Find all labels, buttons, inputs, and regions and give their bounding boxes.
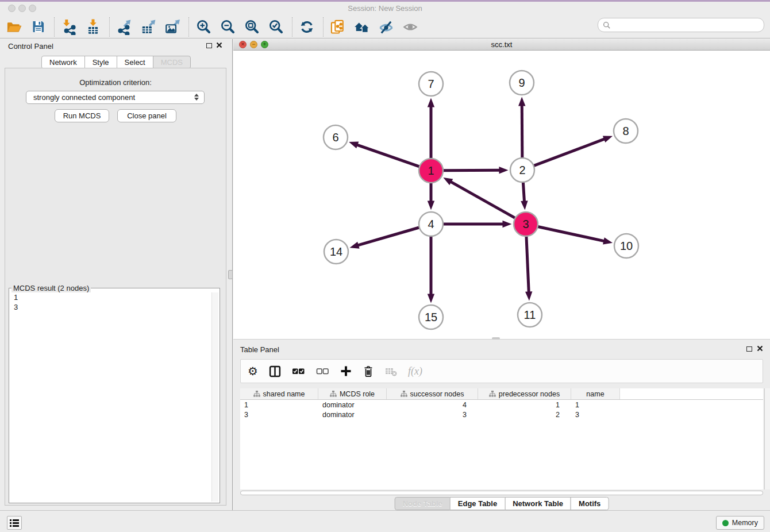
edge-3-11[interactable] (526, 236, 529, 292)
delete-table-icon[interactable] (385, 367, 397, 376)
float-panel-icon[interactable] (206, 43, 212, 48)
minimize-network-button[interactable]: − (250, 41, 257, 48)
edge-3-10[interactable] (538, 227, 604, 241)
show-column-panel-icon[interactable] (269, 365, 281, 377)
close-panel-button[interactable]: Close panel (117, 109, 176, 122)
unselect-all-checkboxes-icon[interactable] (316, 367, 329, 376)
graph-node-1[interactable]: 1 (419, 159, 443, 183)
search-input[interactable] (613, 19, 764, 32)
mcds-result-title: MCDS result (2 nodes) (11, 284, 91, 292)
column-header-shared-name[interactable]: shared name (240, 388, 318, 399)
result-scrollbar[interactable] (211, 292, 218, 502)
import-table-button[interactable] (84, 18, 102, 36)
memory-button[interactable]: Memory (716, 516, 764, 530)
node-label: 4 (428, 218, 434, 230)
float-table-panel-icon[interactable] (746, 346, 752, 352)
table-row[interactable]: 1dominator411 (240, 400, 763, 410)
table-vertical-scrollbar[interactable] (764, 388, 770, 489)
tab-motifs[interactable]: Motifs (571, 497, 609, 510)
edge-4-14[interactable] (358, 228, 419, 245)
export-image-button[interactable] (163, 18, 182, 36)
table-cell[interactable]: 2 (478, 411, 571, 419)
table-horizontal-scrollbar[interactable] (240, 491, 763, 495)
table-cell[interactable]: 1 (240, 401, 318, 409)
export-network-button[interactable] (115, 18, 133, 36)
delete-column-trash-icon[interactable] (363, 365, 374, 377)
tab-edge-table[interactable]: Edge Table (450, 497, 505, 510)
close-table-panel-icon[interactable] (757, 345, 763, 352)
splitter-handle[interactable] (228, 270, 233, 279)
close-panel-icon[interactable] (216, 42, 222, 48)
tab-node-table[interactable]: Node Table (395, 497, 451, 510)
network-window-titlebar[interactable]: ✕ − + scc.txt (233, 39, 770, 51)
tab-style[interactable]: Style (84, 56, 117, 69)
edge-3-1[interactable] (451, 182, 515, 218)
maximize-network-button[interactable]: + (261, 41, 268, 48)
graph-node-9[interactable]: 9 (510, 71, 534, 95)
network-canvas[interactable]: 7968124314101511 (233, 51, 770, 340)
table-cell[interactable]: dominator (318, 401, 387, 409)
canvas-resize-grip[interactable] (492, 337, 500, 340)
duplicate-network-button[interactable] (329, 18, 347, 36)
criterion-select[interactable]: strongly connected component (26, 91, 205, 104)
run-mcds-button[interactable]: Run MCDS (55, 109, 109, 122)
zoom-window-button[interactable] (29, 5, 36, 12)
graph-node-10[interactable]: 10 (614, 234, 638, 258)
table-cell[interactable]: 1 (478, 401, 571, 409)
graph-node-6[interactable]: 6 (324, 125, 348, 149)
select-all-checkboxes-icon[interactable] (292, 367, 305, 376)
graph-node-7[interactable]: 7 (419, 72, 443, 96)
function-builder-icon[interactable]: f(x) (408, 365, 422, 377)
save-session-button[interactable] (29, 18, 47, 36)
mcds-panel: Optimization criterion: strongly connect… (5, 68, 226, 506)
edge-2-9[interactable] (522, 105, 522, 157)
edge-1-6[interactable] (357, 145, 419, 167)
close-window-button[interactable] (8, 5, 16, 12)
column-header-successor-nodes[interactable]: successor nodes (387, 388, 478, 399)
table-cell[interactable]: 1 (571, 401, 620, 409)
edge-2-3[interactable] (523, 182, 524, 201)
table-row[interactable]: 3dominator323 (240, 410, 763, 419)
graph-node-2[interactable]: 2 (510, 158, 534, 182)
table-type-tabs: Node TableEdge TableNetwork TableMotifs (395, 497, 609, 510)
tab-select[interactable]: Select (117, 56, 153, 69)
graph-node-11[interactable]: 11 (518, 303, 542, 327)
task-history-button[interactable] (7, 516, 22, 530)
node-label: 7 (428, 78, 434, 90)
tab-network[interactable]: Network (41, 56, 85, 69)
hide-panel-button[interactable] (377, 18, 395, 36)
edge-2-8[interactable] (534, 139, 605, 165)
show-panel-button[interactable] (401, 18, 419, 36)
graph-node-8[interactable]: 8 (614, 119, 638, 143)
zoom-fit-button[interactable] (242, 18, 261, 36)
table-cell[interactable]: 3 (387, 411, 478, 419)
zoom-selected-button[interactable] (267, 18, 285, 36)
zoom-out-button[interactable] (218, 18, 237, 36)
tab-network-table[interactable]: Network Table (505, 497, 571, 510)
zoom-in-button[interactable] (194, 18, 213, 36)
import-network-button[interactable] (60, 18, 78, 36)
tab-mcds[interactable]: MCDS (153, 56, 191, 69)
table-cell[interactable]: 3 (240, 411, 318, 419)
graph-node-15[interactable]: 15 (419, 305, 443, 329)
mcds-result-textarea[interactable]: 13 (9, 292, 220, 503)
open-session-button[interactable] (5, 18, 23, 36)
close-network-button[interactable]: ✕ (239, 41, 247, 48)
table-options-gear-icon[interactable]: ⚙ (248, 365, 258, 377)
column-header-name[interactable]: name (571, 388, 620, 399)
column-header-predecessor-nodes[interactable]: predecessor nodes (478, 388, 571, 399)
table-cell[interactable]: 4 (387, 401, 478, 409)
refresh-layout-button[interactable] (298, 18, 316, 36)
table-cell[interactable]: dominator (318, 411, 387, 419)
graph-node-14[interactable]: 14 (324, 240, 348, 264)
add-column-icon[interactable] (340, 365, 352, 377)
node-label: 15 (425, 311, 437, 323)
minimize-window-button[interactable] (18, 5, 26, 12)
edge-1-2[interactable] (443, 170, 499, 171)
table-cell[interactable]: 3 (571, 411, 620, 419)
graph-node-3[interactable]: 3 (514, 212, 538, 236)
home-network-button[interactable] (353, 18, 371, 36)
export-table-button[interactable] (139, 18, 157, 36)
column-header-mcds-role[interactable]: MCDS role (318, 388, 387, 399)
graph-node-4[interactable]: 4 (419, 212, 443, 236)
